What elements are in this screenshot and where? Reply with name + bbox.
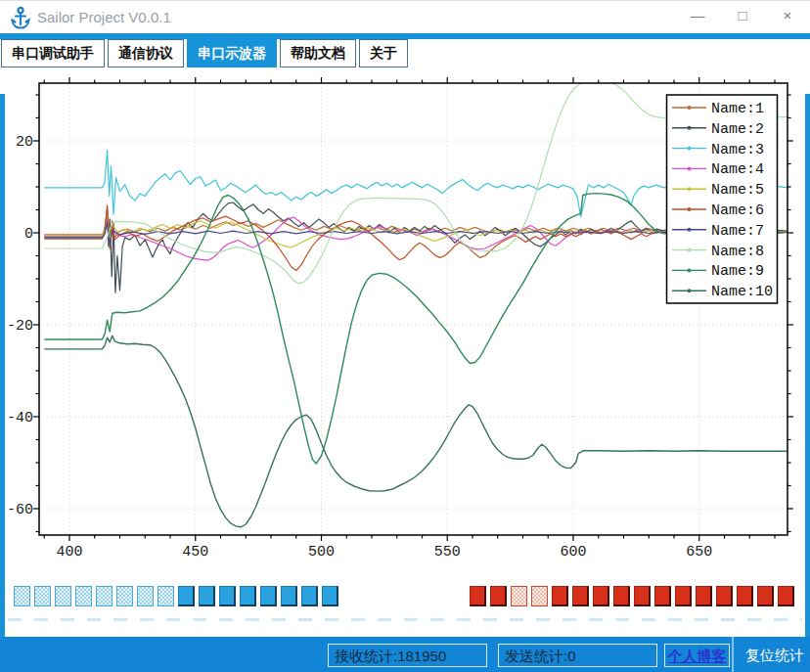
anchor-icon [10,6,31,29]
tab-4[interactable]: 关于 [359,39,408,67]
status-bar: 接收统计:181950 发送统计:0 个人博客 复位统计 [0,637,810,672]
reset-stats-button[interactable]: 复位统计 [732,637,810,672]
recv-toggle-4[interactable] [75,586,92,606]
x-tick-label: 550 [434,544,461,560]
recv-toggle-10[interactable] [199,586,215,606]
legend-label: Name:4 [711,161,764,178]
legend-label: Name:6 [711,202,764,219]
send-toggle-6[interactable] [572,586,589,606]
legend-label: Name:3 [711,142,764,158]
send-toggle-8[interactable] [613,586,630,606]
tab-1[interactable]: 通信协议 [108,39,184,67]
send-toggle-9[interactable] [634,586,651,606]
send-toggle-1[interactable] [470,586,486,606]
recv-toggle-3[interactable] [55,586,71,606]
close-button[interactable]: × [765,1,810,33]
x-tick-label: 600 [560,544,586,560]
tab-bar: 串口调试助手通信协议串口示波器帮助文档关于 [1,39,411,67]
x-tick-label: 650 [686,544,712,560]
tab-3[interactable]: 帮助文档 [280,39,356,67]
recv-toggle-1[interactable] [14,586,30,606]
x-tick-label: 400 [56,544,82,560]
x-tick-label: 500 [308,544,335,560]
app-window: Sailor Project V0.0.1 — □ × 串口调试助手通信协议串口… [0,0,810,672]
legend-label: Name:5 [711,182,764,199]
send-toggle-13[interactable] [716,586,733,606]
send-toggle-2[interactable] [490,586,507,606]
title-bar[interactable]: Sailor Project V0.0.1 — □ × [0,1,810,33]
recv-toggle-6[interactable] [116,586,133,606]
legend-label: Name:10 [711,284,773,300]
recv-toggle-13[interactable] [260,586,277,606]
personal-blog-link[interactable]: 个人博客 [664,644,730,667]
send-toggle-14[interactable] [737,586,753,606]
legend-label: Name:1 [711,101,764,117]
y-tick-label: -40 [7,410,33,426]
dashed-separator [8,618,802,621]
recv-toggle-14[interactable] [281,586,297,606]
send-toggle-7[interactable] [593,586,609,606]
tab-2[interactable]: 串口示波器 [187,39,277,67]
recv-toggle-12[interactable] [240,586,256,606]
x-tick-label: 450 [182,544,208,560]
send-toggle-10[interactable] [654,586,671,606]
maximize-button[interactable]: □ [720,1,765,33]
legend-label: Name:9 [711,263,764,280]
y-tick-label: 20 [16,134,33,151]
chart-legend: Name:1Name:2Name:3Name:4Name:5Name:6Name… [667,95,778,303]
y-tick-label: -60 [7,502,33,518]
recv-toggle-8[interactable] [158,586,174,606]
oscilloscope-chart: 400450500550600650200-20-40-60Name:1Name… [0,67,810,586]
recv-toggle-7[interactable] [137,586,154,606]
legend-label: Name:2 [711,121,764,138]
send-channel-toggles [470,586,798,608]
legend-label: Name:7 [711,223,764,240]
receive-channel-toggles [14,586,342,608]
send-toggle-12[interactable] [696,586,712,606]
y-tick-label: 0 [24,226,33,243]
send-toggle-16[interactable] [778,586,794,606]
tab-0[interactable]: 串口调试助手 [1,39,105,67]
y-tick-label: -20 [7,318,33,335]
send-toggle-4[interactable] [531,586,548,606]
recv-toggle-11[interactable] [219,586,236,606]
minimize-button[interactable]: — [675,1,720,33]
send-toggle-5[interactable] [552,586,568,606]
send-toggle-3[interactable] [511,586,527,606]
recv-toggle-16[interactable] [322,586,338,606]
recv-toggle-2[interactable] [34,586,51,606]
send-count-box: 发送统计:0 [498,644,657,667]
window-title: Sailor Project V0.0.1 [37,1,171,33]
legend-label: Name:8 [711,244,764,260]
recv-toggle-5[interactable] [96,586,112,606]
send-toggle-15[interactable] [757,586,774,606]
recv-toggle-9[interactable] [178,586,195,606]
recv-toggle-15[interactable] [301,586,318,606]
send-toggle-11[interactable] [675,586,692,606]
receive-count-box: 接收统计:181950 [328,644,487,667]
